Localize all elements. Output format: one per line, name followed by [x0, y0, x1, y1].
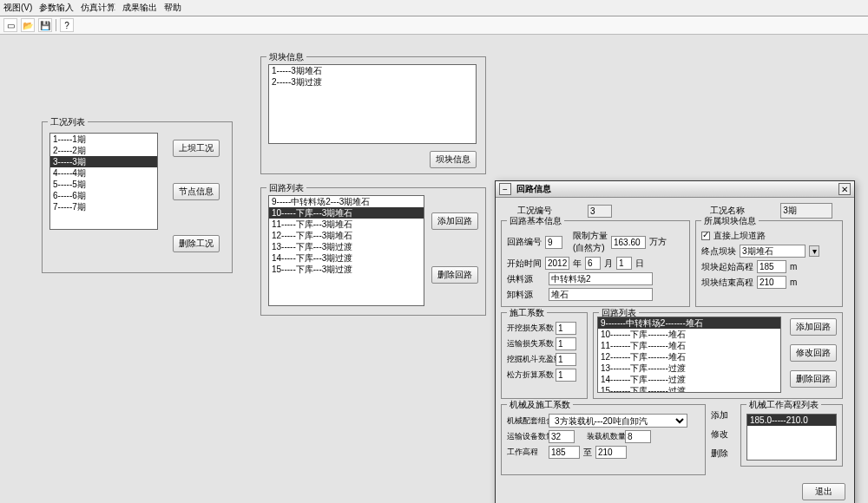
unload-label: 卸料源	[507, 289, 545, 301]
list-item[interactable]: 10-------下库-------堆石	[598, 329, 780, 340]
link-mod[interactable]: 修改	[711, 428, 728, 441]
direct-checkbox[interactable]	[701, 232, 710, 240]
elev-lab: 工作高程	[507, 447, 545, 458]
btn-dlg-del-route[interactable]: 删除回路	[790, 370, 837, 388]
link-del[interactable]: 删除	[711, 447, 728, 460]
loader-input[interactable]	[625, 430, 651, 443]
limit-input[interactable]	[611, 236, 646, 249]
list-item[interactable]: 1-----3期堆石	[269, 65, 476, 76]
open-icon[interactable]: 📂	[21, 18, 35, 32]
list-item[interactable]: 14-----下库---3期过渡	[269, 252, 424, 264]
close-icon[interactable]: ✕	[838, 183, 851, 195]
direct-lab: 直接上坝道路	[713, 230, 766, 242]
group-coeff: 施工系数 开挖损失系数 运输损失系数 挖掘机斗充盈数 松方折算系数	[501, 312, 588, 399]
menu-sim-calc[interactable]: 仿真计算	[81, 2, 115, 14]
menu-help[interactable]: 帮助	[164, 2, 181, 14]
listbox-route[interactable]: 9-----中转料场2---3期堆石10-----下库---3期堆石11----…	[268, 195, 424, 306]
list-item[interactable]: 14-------下库-------过渡	[598, 374, 780, 385]
list-item[interactable]: 9-----中转料场2---3期堆石	[269, 196, 424, 207]
btn-dlg-mod-route[interactable]: 修改回路	[790, 344, 837, 362]
help-icon[interactable]: ?	[60, 18, 74, 32]
list-item[interactable]: 2-----2期	[50, 145, 157, 156]
list-item[interactable]: 6-----6期	[50, 190, 157, 201]
c1-input[interactable]	[556, 322, 576, 335]
to-lab: 至	[583, 447, 592, 459]
group-label: 所属坝块信息	[701, 215, 759, 227]
list-item[interactable]: 13-----下库---3期过渡	[269, 241, 424, 252]
list-item[interactable]: 12-------下库-------堆石	[598, 351, 780, 363]
c1-lab: 开挖损失系数	[507, 323, 552, 334]
endblock-input[interactable]	[740, 245, 806, 258]
btn-exit[interactable]: 退出	[802, 483, 845, 500]
dropdown-icon[interactable]: ▾	[809, 245, 819, 257]
group-machine-elev: 机械工作高程列表 185.0-----210.0	[740, 404, 843, 467]
list-item[interactable]: 15-----下库---3期过渡	[269, 264, 424, 275]
month-input[interactable]	[585, 257, 601, 270]
list-item[interactable]: 15-------下库-------过渡	[598, 385, 780, 393]
list-item[interactable]: 4-----4期	[50, 167, 157, 179]
menu-result-out[interactable]: 成果输出	[122, 2, 157, 14]
btn-del-condition[interactable]: 删除工况	[173, 235, 220, 252]
list-item[interactable]: 9-------中转料场2-------堆石	[598, 317, 780, 329]
list-item[interactable]: 13-------下库-------过渡	[598, 363, 780, 374]
list-item[interactable]: 11-----下库---3期堆石	[269, 219, 424, 230]
group-label: 坝块信息	[266, 51, 306, 63]
btn-up-condition[interactable]: 上坝工况	[173, 140, 220, 157]
separator	[56, 19, 56, 31]
unit-m: m	[790, 262, 797, 271]
supply-input[interactable]	[549, 272, 653, 285]
c4-lab: 松方折算系数	[507, 369, 552, 381]
endEl-input[interactable]	[757, 276, 786, 289]
minimize-icon[interactable]: −	[499, 183, 511, 195]
listbox-dlg-route[interactable]: 9-------中转料场2-------堆石10-------下库-------…	[597, 317, 781, 393]
btn-dlg-add-route[interactable]: 添加回路	[790, 318, 837, 336]
listbox-block[interactable]: 1-----3期堆石2-----3期过渡	[268, 64, 477, 144]
list-item[interactable]: 185.0-----210.0	[747, 415, 836, 426]
group-route-list: 回路列表 9-----中转料场2---3期堆石10-----下库---3期堆石1…	[260, 187, 486, 316]
c3-input[interactable]	[556, 353, 576, 366]
list-item[interactable]: 12-----下库---3期堆石	[269, 230, 424, 241]
startEl-input[interactable]	[757, 260, 786, 273]
list-item[interactable]: 1-----1期	[50, 134, 157, 145]
list-item[interactable]: 2-----3期过渡	[269, 76, 476, 88]
route-no-label: 回路编号	[507, 236, 542, 248]
list-item[interactable]: 10-----下库---3期堆石	[269, 207, 424, 219]
menubar: 视图(V) 参数输入 仿真计算 成果输出 帮助	[0, 0, 868, 16]
supply-label: 供料源	[507, 273, 545, 285]
starttime-label: 开始时间	[507, 258, 542, 270]
group-dlg-routelist: 回路列表 9-------中转料场2-------堆石10-------下库--…	[593, 312, 843, 399]
toolbar: ▭ 📂 💾 ?	[0, 16, 868, 35]
btn-add-route[interactable]: 添加回路	[431, 212, 478, 230]
limit-unit: 万方	[649, 236, 667, 248]
combo-select[interactable]: 3方装载机---20吨自卸汽	[549, 414, 687, 428]
btn-del-route[interactable]: 删除回路	[431, 266, 478, 284]
list-item[interactable]: 3-----3期	[50, 156, 157, 167]
list-item[interactable]: 5-----5期	[50, 179, 157, 190]
listbox-condition[interactable]: 1-----1期2-----2期3-----3期4-----4期5-----5期…	[49, 133, 158, 230]
group-label: 回路列表	[266, 182, 306, 194]
unload-input[interactable]	[549, 288, 653, 301]
link-add[interactable]: 添加	[711, 409, 728, 421]
btn-block-info[interactable]: 坝块信息	[430, 151, 477, 168]
dialog-title-text: 回路信息	[516, 183, 551, 195]
trans-input[interactable]	[549, 430, 575, 443]
group-machine: 机械及施工系数 机械配套组合 3方装载机---20吨自卸汽 运输设备数量 装载机…	[501, 404, 706, 475]
menu-param-input[interactable]: 参数输入	[39, 2, 74, 14]
route-no-input[interactable]	[545, 236, 562, 249]
y-lab: 年	[573, 258, 582, 270]
c4-input[interactable]	[556, 369, 576, 382]
year-input[interactable]	[545, 257, 569, 270]
day-input[interactable]	[616, 257, 632, 270]
list-item[interactable]: 7-----7期	[50, 201, 157, 212]
startEl-lab: 坝块起始高程	[701, 261, 753, 273]
listbox-elev[interactable]: 185.0-----210.0	[746, 414, 837, 461]
new-file-icon[interactable]: ▭	[3, 18, 17, 32]
list-item[interactable]: 11-------下库-------堆石	[598, 340, 780, 351]
elev-to-input[interactable]	[595, 446, 627, 459]
menu-view[interactable]: 视图(V)	[3, 2, 32, 14]
elev-from-input[interactable]	[549, 446, 580, 459]
c2-input[interactable]	[556, 337, 576, 350]
save-icon[interactable]: 💾	[38, 18, 52, 32]
limit-label: 限制方量	[573, 231, 608, 240]
btn-node-info[interactable]: 节点信息	[173, 183, 220, 200]
